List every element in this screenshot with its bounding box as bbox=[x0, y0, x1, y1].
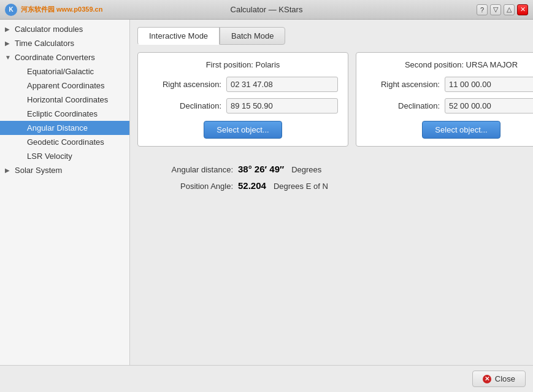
sidebar-item-label: Horizontal Coordinates bbox=[27, 95, 108, 104]
tab-batch-mode[interactable]: Batch Mode bbox=[220, 27, 285, 45]
sidebar-item-apparent-coordinates[interactable]: Apparent Coordinates bbox=[0, 79, 129, 93]
second-position-box: Second position: URSA MAJOR Right ascens… bbox=[356, 52, 533, 147]
expand-icon: ▶ bbox=[5, 167, 12, 174]
first-ra-label: Right ascension: bbox=[148, 80, 221, 89]
sidebar: ▶ Calculator modules ▶ Time Calculators … bbox=[0, 20, 130, 365]
sidebar-item-label: Ecliptic Coordinates bbox=[27, 109, 98, 118]
close-label: Close bbox=[495, 374, 515, 383]
angular-distance-row: Angular distance: 38° 26′ 49″ Degrees bbox=[147, 164, 533, 174]
close-button[interactable]: ✕ Close bbox=[472, 371, 526, 387]
sidebar-item-horizontal-coordinates[interactable]: Horizontal Coordinates bbox=[0, 93, 129, 107]
sidebar-item-label: Geodetic Coordinates bbox=[27, 137, 104, 147]
sidebar-item-calculator-modules[interactable]: ▶ Calculator modules bbox=[0, 22, 129, 36]
sidebar-item-solar-system[interactable]: ▶ Solar System bbox=[0, 163, 129, 177]
second-select-object-button[interactable]: Select object... bbox=[422, 121, 500, 139]
sidebar-item-label: Solar System bbox=[15, 166, 62, 175]
expand-icon: ▶ bbox=[5, 40, 12, 47]
position-angle-row: Position Angle: 52.204 Degrees E of N bbox=[147, 180, 533, 191]
sidebar-item-equatorial-galactic[interactable]: Equatorial/Galactic bbox=[0, 64, 129, 79]
first-dec-label: Declination: bbox=[148, 101, 221, 110]
restore-button[interactable]: △ bbox=[504, 4, 515, 15]
angular-distance-label: Angular distance: bbox=[147, 165, 233, 174]
first-position-box: First position: Polaris Right ascension:… bbox=[137, 52, 348, 147]
bottom-bar: ✕ Close bbox=[0, 365, 533, 392]
position-angle-unit: Degrees E of N bbox=[274, 182, 328, 191]
sidebar-item-label: Equatorial/Galactic bbox=[27, 67, 94, 76]
angular-distance-unit: Degrees bbox=[291, 165, 321, 174]
first-dec-row: Declination: bbox=[148, 98, 338, 113]
first-dec-input[interactable] bbox=[226, 98, 338, 113]
window-close-button[interactable]: ✕ bbox=[517, 4, 528, 15]
sidebar-item-label: Apparent Coordinates bbox=[27, 81, 104, 90]
angular-distance-value: 38° 26′ 49″ bbox=[238, 164, 284, 174]
expand-icon: ▶ bbox=[5, 26, 12, 33]
second-position-title: Second position: URSA MAJOR bbox=[366, 60, 533, 69]
right-panel: Interactive Mode Batch Mode First positi… bbox=[130, 20, 533, 365]
watermark-text: 河东软件园 www.p0359.cn bbox=[21, 5, 102, 14]
window-title: Calculator — KStars bbox=[231, 5, 303, 14]
tab-interactive-mode[interactable]: Interactive Mode bbox=[137, 27, 220, 45]
second-ra-input[interactable] bbox=[445, 77, 533, 92]
tab-bar: Interactive Mode Batch Mode bbox=[137, 27, 533, 45]
sidebar-item-label: Time Calculators bbox=[15, 39, 74, 48]
sidebar-item-label: Angular Distance bbox=[27, 123, 88, 133]
results-area: Angular distance: 38° 26′ 49″ Degrees Po… bbox=[137, 156, 533, 204]
titlebar: K 河东软件园 www.p0359.cn Calculator — KStars… bbox=[0, 0, 533, 20]
app-logo: K bbox=[5, 4, 17, 16]
first-ra-row: Right ascension: bbox=[148, 77, 338, 92]
second-dec-input[interactable] bbox=[445, 98, 533, 113]
position-angle-value: 52.204 bbox=[238, 180, 266, 191]
sidebar-item-label: Coordinate Converters bbox=[15, 53, 95, 62]
second-ra-label: Right ascension: bbox=[366, 80, 440, 89]
help-button[interactable]: ? bbox=[477, 4, 488, 15]
position-angle-label: Position Angle: bbox=[147, 182, 233, 191]
close-icon: ✕ bbox=[483, 375, 491, 383]
second-dec-label: Declination: bbox=[366, 101, 440, 110]
sidebar-item-label: Calculator modules bbox=[15, 25, 83, 34]
sidebar-item-label: LSR Velocity bbox=[27, 152, 72, 161]
expand-icon: ▼ bbox=[5, 54, 12, 61]
minimize-button[interactable]: ▽ bbox=[490, 4, 501, 15]
sidebar-item-geodetic-coordinates[interactable]: Geodetic Coordinates bbox=[0, 135, 129, 149]
main-content: ▶ Calculator modules ▶ Time Calculators … bbox=[0, 20, 533, 365]
sidebar-item-coordinate-converters[interactable]: ▼ Coordinate Converters bbox=[0, 50, 129, 64]
titlebar-left: K 河东软件园 www.p0359.cn bbox=[5, 4, 102, 16]
titlebar-controls: ? ▽ △ ✕ bbox=[477, 4, 528, 15]
first-select-object-button[interactable]: Select object... bbox=[204, 121, 282, 139]
second-ra-row: Right ascension: bbox=[366, 77, 533, 92]
calculator-area: First position: Polaris Right ascension:… bbox=[137, 52, 533, 147]
second-dec-row: Declination: bbox=[366, 98, 533, 113]
sidebar-item-time-calculators[interactable]: ▶ Time Calculators bbox=[0, 36, 129, 50]
first-ra-input[interactable] bbox=[226, 77, 338, 92]
sidebar-item-angular-distance[interactable]: Angular Distance bbox=[0, 121, 129, 135]
sidebar-item-lsr-velocity[interactable]: LSR Velocity bbox=[0, 149, 129, 163]
first-position-title: First position: Polaris bbox=[148, 60, 338, 69]
sidebar-item-ecliptic-coordinates[interactable]: Ecliptic Coordinates bbox=[0, 107, 129, 121]
